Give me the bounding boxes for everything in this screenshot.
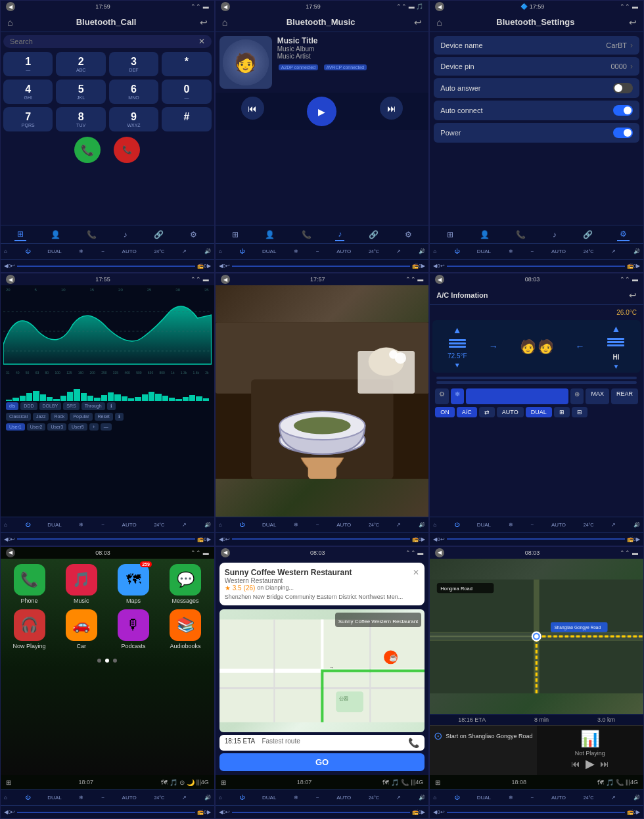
eq-user3[interactable]: User3 bbox=[47, 423, 66, 431]
cb9-fan[interactable]: ~ bbox=[531, 795, 534, 801]
c4-slider[interactable] bbox=[17, 538, 195, 540]
c2-t[interactable]: ↩ bbox=[225, 263, 230, 269]
end-call-button[interactable]: 📞 bbox=[114, 137, 140, 163]
cb7-dir[interactable]: ↗ bbox=[182, 795, 187, 801]
c9-slider[interactable] bbox=[447, 812, 625, 813]
back-button-4[interactable]: ◀ bbox=[6, 275, 15, 284]
cb4-ac[interactable]: ❄ bbox=[79, 522, 83, 528]
app-messages[interactable]: 💬 Messages bbox=[162, 564, 208, 604]
ac-slider-1[interactable] bbox=[436, 377, 637, 379]
cb5-fan[interactable]: ~ bbox=[316, 522, 319, 528]
dial-star[interactable]: * bbox=[162, 52, 211, 76]
nav-music-3[interactable]: ♪ bbox=[550, 229, 559, 241]
cb7-ac[interactable]: ❄ bbox=[79, 795, 83, 801]
c8-slider[interactable] bbox=[232, 812, 410, 813]
cb8-power[interactable]: ⏻ bbox=[239, 795, 244, 801]
back-icon-2[interactable]: ↩ bbox=[414, 17, 422, 28]
cb6-home[interactable]: ⌂ bbox=[433, 522, 436, 528]
ac-on-btn[interactable]: ON bbox=[435, 407, 455, 417]
app-music[interactable]: 🎵 Music bbox=[58, 564, 104, 604]
ac-defrost-btn[interactable]: ⊞ bbox=[554, 407, 570, 417]
climate-fan-1[interactable]: ~ bbox=[101, 248, 104, 254]
c6-t[interactable]: ↩ bbox=[440, 536, 445, 542]
c9-t[interactable]: ↩ bbox=[440, 809, 445, 815]
cb9-power[interactable]: ⏻ bbox=[454, 795, 459, 801]
dialpad-search[interactable]: ✕ bbox=[3, 35, 212, 48]
ac-settings-icon[interactable]: ⚙ bbox=[435, 388, 449, 404]
nav-apps-3[interactable]: ⊞ bbox=[444, 229, 456, 241]
c9-rv[interactable]: ▶ bbox=[636, 809, 640, 815]
cb8-home[interactable]: ⌂ bbox=[219, 795, 222, 801]
c7-r[interactable]: 📻 bbox=[197, 809, 204, 815]
back-button-8[interactable]: ◀ bbox=[221, 548, 230, 557]
ac-snowflake-icon[interactable]: ❄ bbox=[451, 388, 464, 404]
c8-rv[interactable]: ▶ bbox=[421, 809, 425, 815]
fan-up-right[interactable]: ▲ bbox=[612, 323, 621, 334]
play-pause-button[interactable]: ▶ bbox=[307, 97, 336, 126]
cb2-home[interactable]: ⌂ bbox=[219, 248, 222, 254]
ac-rear-def-btn[interactable]: ⊟ bbox=[572, 407, 587, 417]
search-input[interactable] bbox=[10, 37, 198, 45]
cb7-home[interactable]: ⌂ bbox=[4, 795, 7, 801]
cb5-home[interactable]: ⌂ bbox=[219, 522, 222, 528]
dial-3[interactable]: 3DEF bbox=[109, 52, 158, 76]
prev-btn[interactable]: ⏮ bbox=[571, 759, 580, 769]
eq-user5[interactable]: User5 bbox=[68, 423, 87, 431]
nav-call-3[interactable]: 📞 bbox=[513, 229, 528, 241]
dial-1[interactable]: 1— bbox=[3, 52, 53, 76]
eq-add[interactable]: + bbox=[89, 423, 99, 431]
nav-link-3[interactable]: 🔗 bbox=[580, 229, 595, 241]
ac-auto-btn[interactable]: AUTO bbox=[497, 407, 524, 417]
c7-t[interactable]: ↩ bbox=[11, 809, 15, 815]
cb9-vol[interactable]: 🔊 bbox=[633, 795, 640, 801]
fan-down-right[interactable]: ▼ bbox=[613, 363, 620, 370]
device-pin-row[interactable]: Device pin 0000 › bbox=[434, 57, 639, 76]
prev-track-button[interactable]: ⏮ bbox=[241, 97, 264, 120]
eq-remove[interactable]: — bbox=[101, 423, 112, 431]
c1-slider[interactable] bbox=[17, 266, 195, 267]
nav-apps-1[interactable]: ⊞ bbox=[14, 228, 26, 241]
climate-home-1[interactable]: ⌂ bbox=[4, 248, 7, 254]
dial-7[interactable]: 7PQRS bbox=[3, 107, 53, 131]
cb3-fan[interactable]: ~ bbox=[531, 248, 534, 254]
cb6-power[interactable]: ⏻ bbox=[454, 522, 459, 528]
back-button-7[interactable]: ◀ bbox=[6, 548, 15, 557]
dial-4[interactable]: 4GHI bbox=[3, 80, 53, 104]
cb4-dir[interactable]: ↗ bbox=[182, 522, 187, 528]
back-button-6[interactable]: ◀ bbox=[435, 275, 444, 284]
c1-r[interactable]: 📻 bbox=[197, 263, 204, 269]
next-track-button[interactable]: ⏭ bbox=[380, 97, 403, 120]
dial-5[interactable]: 5JKL bbox=[56, 80, 105, 104]
eq-rock[interactable]: Rock bbox=[51, 413, 68, 421]
app-maps[interactable]: 🗺 259 Maps bbox=[110, 564, 156, 604]
cb8-vol[interactable]: 🔊 bbox=[419, 795, 425, 801]
app-audiobooks[interactable]: 📚 Audiobooks bbox=[162, 609, 208, 649]
ac-ac-btn[interactable]: A/C bbox=[457, 407, 477, 417]
auto-connect-toggle[interactable] bbox=[613, 105, 633, 116]
dial-8[interactable]: 8TUV bbox=[56, 107, 105, 131]
app-phone[interactable]: 📞 Phone bbox=[6, 564, 53, 604]
nav-settings-3[interactable]: ⚙ bbox=[617, 228, 630, 241]
cb4-fan[interactable]: ~ bbox=[101, 522, 104, 528]
nav-settings-1[interactable]: ⚙ bbox=[187, 229, 200, 241]
cb9-ac[interactable]: ❄ bbox=[509, 795, 513, 801]
nav-contacts-1[interactable]: 👤 bbox=[48, 229, 63, 241]
back-icon-1[interactable]: ↩ bbox=[200, 17, 208, 28]
cb8-dir[interactable]: ↗ bbox=[396, 795, 401, 801]
call-button[interactable]: 📞 bbox=[74, 137, 101, 163]
c5-rv[interactable]: ▶ bbox=[421, 536, 425, 542]
video-content[interactable] bbox=[216, 285, 429, 516]
climate-vol-1[interactable]: 🔊 bbox=[204, 248, 211, 254]
ac-fan-icon[interactable]: ⊕ bbox=[570, 388, 584, 404]
map-main-area[interactable]: Hongma Road Shangliao Gongye Road bbox=[430, 559, 643, 714]
c8-r[interactable]: 📻 bbox=[412, 809, 419, 815]
home-icon-3[interactable]: ⌂ bbox=[436, 17, 442, 28]
ac-slider-bar[interactable] bbox=[466, 388, 568, 404]
cb4-home[interactable]: ⌂ bbox=[4, 522, 7, 528]
c5-r[interactable]: 📻 bbox=[412, 536, 419, 542]
cb4-vol[interactable]: 🔊 bbox=[204, 522, 211, 528]
cb3-dir[interactable]: ↗ bbox=[611, 248, 616, 254]
go-button[interactable]: GO bbox=[219, 753, 425, 771]
c7-rv[interactable]: ▶ bbox=[207, 809, 211, 815]
cb2-vol[interactable]: 🔊 bbox=[419, 248, 425, 254]
